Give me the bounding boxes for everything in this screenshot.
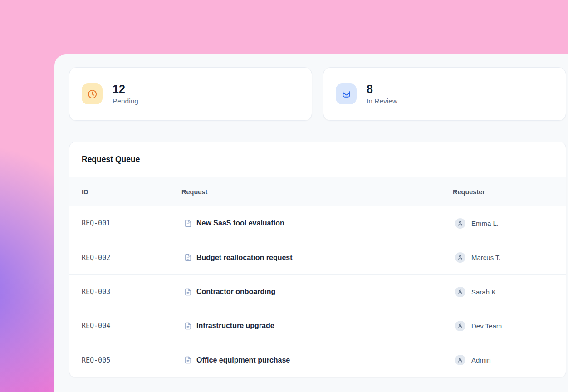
table-title: Request Queue	[69, 142, 566, 177]
request-cell: Office equipment purchase	[181, 356, 453, 364]
stat-text: 8 In Review	[367, 83, 397, 105]
document-icon	[184, 220, 192, 227]
request-cell: Contractor onboarding	[181, 288, 453, 296]
avatar	[455, 287, 465, 297]
table-row[interactable]: REQ-005 Office equipment purchase	[69, 343, 566, 377]
request-id: REQ-001	[82, 219, 181, 227]
request-title: New SaaS tool evaluation	[196, 219, 284, 227]
requester-cell: Emma L.	[453, 218, 566, 229]
table-body: REQ-001 New SaaS tool evaluation	[69, 206, 566, 377]
request-title: Infrastructure upgrade	[196, 322, 274, 330]
stat-card-pending: 12 Pending	[69, 67, 312, 121]
document-icon	[184, 254, 192, 261]
requester-name: Emma L.	[471, 220, 499, 227]
request-id: REQ-005	[82, 356, 181, 364]
request-id: REQ-002	[82, 254, 181, 262]
document-icon	[184, 288, 192, 296]
request-id: REQ-004	[82, 322, 181, 330]
requester-name: Marcus T.	[471, 254, 501, 261]
pending-label: Pending	[113, 97, 138, 105]
request-cell: Budget reallocation request	[181, 254, 453, 262]
avatar	[455, 355, 465, 365]
requester-cell: Marcus T.	[453, 252, 566, 263]
column-header-id: ID	[82, 188, 181, 196]
requester-cell: Admin	[453, 355, 566, 365]
avatar	[455, 252, 465, 263]
requester-name: Sarah K.	[471, 288, 498, 296]
request-cell: New SaaS tool evaluation	[181, 219, 453, 227]
requester-cell: Sarah K.	[453, 287, 566, 297]
stat-text: 12 Pending	[113, 83, 138, 105]
request-title: Contractor onboarding	[196, 288, 275, 296]
request-title: Office equipment purchase	[196, 356, 290, 364]
requester-cell: Dev Team	[453, 321, 566, 331]
in-review-count: 8	[367, 83, 397, 96]
table-row[interactable]: REQ-002 Budget reallocation request	[69, 240, 566, 274]
desktop-background: 12 Pending 8 In Review Request Queue	[0, 0, 568, 392]
request-cell: Infrastructure upgrade	[181, 322, 453, 330]
inbox-icon	[336, 83, 357, 104]
table-row[interactable]: REQ-001 New SaaS tool evaluation	[69, 206, 566, 240]
request-queue-card: Request Queue ID Request Requester REQ-0…	[69, 142, 566, 377]
in-review-label: In Review	[367, 97, 397, 105]
document-icon	[184, 356, 192, 364]
avatar	[455, 218, 465, 229]
requester-name: Admin	[471, 356, 491, 364]
avatar	[455, 321, 465, 331]
app-panel: 12 Pending 8 In Review Request Queue	[54, 54, 568, 392]
request-title: Budget reallocation request	[196, 254, 293, 262]
requester-name: Dev Team	[471, 322, 502, 330]
pending-count: 12	[113, 83, 138, 96]
table-header-row: ID Request Requester	[69, 177, 566, 206]
table-row[interactable]: REQ-003 Contractor onboarding	[69, 275, 566, 309]
stats-row: 12 Pending 8 In Review	[69, 67, 568, 121]
stat-card-in-review: 8 In Review	[323, 67, 566, 121]
column-header-requester: Requester	[453, 188, 566, 196]
request-id: REQ-003	[82, 288, 181, 296]
clock-icon	[82, 83, 103, 104]
document-icon	[184, 322, 192, 330]
column-header-request: Request	[181, 188, 453, 196]
table-row[interactable]: REQ-004 Infrastructure upgrade	[69, 309, 566, 343]
